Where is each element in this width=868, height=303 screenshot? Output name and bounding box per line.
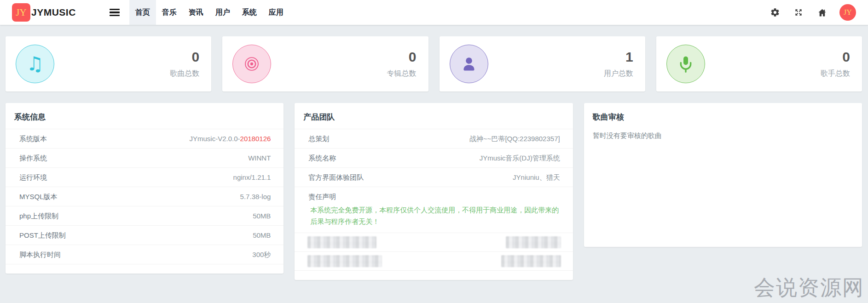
disclaimer-text: 本系统完全免费开源，本程序仅供个人交流使用，不得用于商业用途，因此带来的后果与程…	[295, 203, 573, 233]
stat-users-value: 1	[604, 49, 633, 65]
row-label: 官方界面体验团队	[308, 173, 364, 182]
home-icon[interactable]	[816, 6, 828, 18]
menu-toggle-icon[interactable]	[100, 0, 129, 25]
row-value: 300秒	[252, 250, 271, 259]
php-upload-row: php上传限制 50MB	[6, 206, 284, 226]
navbar-right: JY	[769, 0, 868, 25]
fullscreen-icon[interactable]	[793, 6, 804, 18]
brand-link[interactable]: JY JYMUSIC	[0, 0, 76, 25]
stat-songs-value: 0	[170, 49, 199, 65]
user-icon	[450, 45, 488, 83]
user-avatar[interactable]: JY	[839, 4, 856, 21]
row-value: 5.7.38-log	[240, 192, 271, 201]
stat-users-label: 用户总数	[604, 69, 633, 79]
product-team-table: 总策划 战神~~巴蒂[QQ:2239802357] 系统名称 JYmusic音乐…	[295, 129, 573, 271]
stat-card-albums: 0 专辑总数	[222, 36, 428, 91]
row-value: JYmusic-V2.0.0-20180126	[190, 134, 271, 143]
stat-singers-value: 0	[821, 49, 850, 65]
panels-row: 系统信息 系统版本 JYmusic-V2.0.0-20180126 操作系统 W…	[6, 103, 862, 280]
stat-users-text: 1 用户总数	[604, 49, 633, 79]
stat-albums-text: 0 专辑总数	[387, 49, 417, 79]
row-label: 系统名称	[308, 154, 336, 162]
watermark-text: 会说资源网	[754, 274, 864, 302]
stat-card-users: 1 用户总数	[440, 36, 645, 91]
disc-icon	[232, 45, 271, 83]
hamburger-bars	[110, 7, 120, 18]
nav-item-news[interactable]: 资讯	[183, 0, 209, 25]
product-team-title: 产品团队	[295, 103, 573, 122]
row-value: JYmusic音乐(DJ)管理系统	[480, 154, 560, 162]
row-value: 战神~~巴蒂[QQ:2239802357]	[469, 134, 560, 143]
system-name-row: 系统名称 JYmusic音乐(DJ)管理系统	[295, 149, 573, 168]
row-label: MYSQL版本	[19, 192, 58, 201]
ui-team-row: 官方界面体验团队 JYniuniu、猎天	[295, 168, 573, 187]
system-info-panel: 系统信息 系统版本 JYmusic-V2.0.0-20180126 操作系统 W…	[6, 103, 284, 274]
stats-row: ♫ 0 歌曲总数 0 专辑总数 1 用户总数	[6, 36, 862, 91]
redacted-label	[307, 255, 382, 267]
nav-item-system[interactable]: 系统	[236, 0, 263, 25]
logo-text: JY	[16, 7, 26, 18]
post-upload-row: POST上传限制 50MB	[6, 226, 284, 245]
row-label: 系统版本	[19, 134, 47, 143]
redacted-label	[307, 236, 376, 248]
row-label: 运行环境	[19, 173, 47, 182]
stat-singers-text: 0 歌手总数	[821, 49, 850, 79]
gear-icon[interactable]	[769, 6, 781, 18]
stat-albums-label: 专辑总数	[387, 69, 417, 79]
disclaimer-label: 责任声明	[295, 187, 573, 203]
runtime-row: 运行环境 nginx/1.21.1	[6, 168, 284, 187]
row-value: WINNT	[248, 154, 271, 162]
stat-singers-label: 歌手总数	[821, 69, 850, 79]
chief-planner-row: 总策划 战神~~巴蒂[QQ:2239802357]	[295, 129, 573, 149]
redacted-row	[295, 233, 573, 252]
row-label: php上传限制	[19, 212, 58, 220]
os-row: 操作系统 WINNT	[6, 149, 284, 168]
system-version-row: 系统版本 JYmusic-V2.0.0-20180126	[6, 129, 284, 149]
row-label: POST上传限制	[19, 231, 66, 240]
version-date: 20180126	[240, 135, 271, 143]
row-label: 脚本执行时间	[19, 250, 61, 259]
redacted-value	[506, 236, 561, 248]
nav-item-apps[interactable]: 应用	[263, 0, 289, 25]
redacted-row	[295, 252, 573, 271]
stat-songs-text: 0 歌曲总数	[170, 49, 199, 79]
stat-card-singers: 0 歌手总数	[656, 36, 862, 91]
row-value: 50MB	[253, 231, 271, 240]
mysql-row: MYSQL版本 5.7.38-log	[6, 187, 284, 206]
system-info-title: 系统信息	[6, 103, 284, 122]
top-navbar: JY JYMUSIC 首页 音乐 资讯 用户 系统 应用	[0, 0, 868, 25]
row-value: nginx/1.21.1	[233, 173, 271, 182]
microphone-icon	[666, 45, 705, 83]
nav-item-users[interactable]: 用户	[209, 0, 236, 25]
product-team-panel: 产品团队 总策划 战神~~巴蒂[QQ:2239802357] 系统名称 JYmu…	[295, 103, 573, 280]
row-label: 总策划	[308, 134, 329, 143]
brand-name: JYMUSIC	[31, 7, 76, 18]
stat-songs-label: 歌曲总数	[170, 69, 199, 79]
system-info-table: 系统版本 JYmusic-V2.0.0-20180126 操作系统 WINNT …	[6, 129, 284, 264]
script-time-row: 脚本执行时间 300秒	[6, 245, 284, 264]
avatar-initials: JY	[844, 8, 852, 17]
nav-item-home[interactable]: 首页	[129, 0, 156, 25]
song-review-title: 歌曲审核	[584, 103, 862, 122]
song-review-empty-text: 暂时没有要审核的歌曲	[584, 122, 862, 140]
song-review-panel: 歌曲审核 暂时没有要审核的歌曲	[584, 103, 862, 247]
nav-item-music[interactable]: 音乐	[156, 0, 183, 25]
stat-albums-value: 0	[387, 49, 417, 65]
row-value: 50MB	[253, 212, 271, 220]
main-nav: 首页 音乐 资讯 用户 系统 应用	[129, 0, 289, 25]
version-prefix: JYmusic-V2.0.0-	[190, 135, 240, 143]
redacted-value	[501, 255, 561, 267]
row-value: JYniuniu、猎天	[513, 173, 560, 182]
app-logo: JY	[12, 3, 30, 22]
row-label: 操作系统	[19, 154, 47, 162]
music-note-icon: ♫	[16, 45, 54, 83]
stat-card-songs: ♫ 0 歌曲总数	[6, 36, 211, 91]
